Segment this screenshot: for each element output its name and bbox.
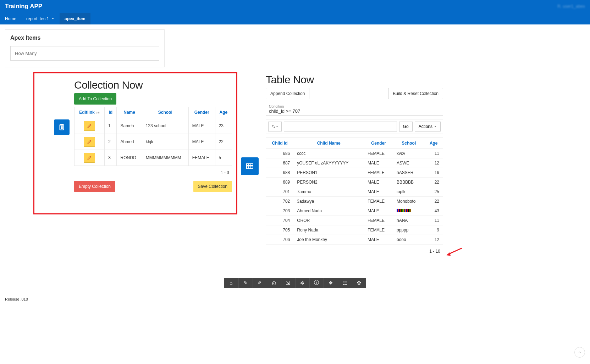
how-many-input[interactable]	[10, 46, 159, 61]
append-collection-button[interactable]: Append Collection	[266, 88, 309, 99]
table-row: 705Rony NadaFEMALEppppp9	[266, 225, 443, 235]
table-pager: 1 - 10	[266, 245, 443, 257]
search-input[interactable]	[284, 122, 397, 131]
view-debug-icon[interactable]: ⇲	[281, 278, 295, 288]
table-row: 1Sameh123 schoolMALE23	[75, 118, 232, 134]
go-button[interactable]: Go	[399, 122, 413, 131]
add-to-collection-button[interactable]: Add To Collection	[74, 93, 116, 105]
theme-roller-icon[interactable]: ❖	[324, 278, 338, 288]
app-header: Training APP R. user1_abex Homereport_te…	[0, 0, 590, 24]
actions-label: Actions	[419, 124, 432, 129]
table-icon	[241, 157, 259, 175]
template-options-icon[interactable]: ☷	[338, 278, 352, 288]
collection-table: Editlink ↑≡IdNameSchoolGenderAge 1Sameh1…	[74, 107, 232, 166]
table-row: 706Joe the MonkeyMALEoooo12	[266, 235, 443, 245]
table-title: Table Now	[266, 74, 443, 86]
column-header[interactable]: Child Name	[293, 138, 364, 149]
svg-rect-1	[247, 164, 253, 169]
table-row: 704ORORFEMALEnANA11	[266, 216, 443, 225]
edit-row-button[interactable]	[84, 153, 95, 163]
home-icon[interactable]: ⌂	[224, 278, 238, 288]
table-row: 7017ammoMALEioplk25	[266, 187, 443, 197]
table-row: 2AhmedkhjkMALE22	[75, 134, 232, 150]
table-row: 7023adawyaFEMALEMonoboto22	[266, 197, 443, 206]
pencil-icon	[87, 155, 92, 160]
chevron-down-icon	[51, 17, 55, 21]
condition-field[interactable]: Condition child_id >= 707	[266, 103, 443, 116]
settings-icon[interactable]: ✿	[352, 278, 366, 288]
barcode-icon	[397, 209, 411, 212]
edit-row-button[interactable]	[84, 137, 95, 147]
quick-edit-icon[interactable]: ✐	[253, 278, 267, 288]
clipboard-icon	[54, 119, 70, 135]
debug-icon[interactable]: ✲	[295, 278, 309, 288]
info-icon[interactable]: ⓘ	[309, 278, 324, 288]
table-now-table: Child IdChild NameGenderSchoolAge 686ccc…	[266, 138, 443, 245]
search-column-dropdown[interactable]	[268, 122, 282, 131]
condition-label: Condition	[269, 105, 440, 108]
apex-items-region: Apex Items	[5, 29, 165, 67]
edit-page-icon[interactable]: ✎	[238, 278, 253, 288]
svg-point-2	[272, 125, 274, 127]
column-header[interactable]: Gender	[364, 138, 393, 149]
chevron-down-icon	[434, 125, 437, 128]
column-header[interactable]: School	[142, 107, 188, 118]
table-row: 687yOUSEF eL zAKYYYYYYYMALEASWE12	[266, 158, 443, 168]
nav-item-apex-item[interactable]: apex_item	[60, 13, 90, 24]
build-reset-collection-button[interactable]: Build & Reset Collection	[388, 88, 443, 99]
region-title: Apex Items	[10, 35, 159, 41]
column-header[interactable]: Id	[105, 107, 117, 118]
session-icon[interactable]: ◴	[267, 278, 281, 288]
table-row: 703Ahmed NadaMALE43	[266, 206, 443, 216]
empty-collection-button[interactable]: Empty Collection	[74, 181, 115, 192]
save-collection-button[interactable]: Save Collection	[193, 181, 232, 192]
column-header[interactable]: Child Id	[266, 138, 294, 149]
user-menu[interactable]: R. user1_abex	[557, 4, 585, 9]
annotation-arrow-icon	[445, 247, 463, 259]
table-row: 686ccccFEMALExvcv11	[266, 149, 443, 158]
table-row: 688PERSON1FEMALEnASSER16	[266, 168, 443, 178]
column-header[interactable]: Age	[424, 138, 443, 149]
table-row: 3RONDOMMMMMMMMMMFEMALE5	[75, 150, 232, 166]
column-header[interactable]: Age	[215, 107, 232, 118]
column-header[interactable]: Gender	[188, 107, 215, 118]
table-region: Table Now Append Collection Build & Rese…	[266, 72, 443, 257]
developer-toolbar: ⌂✎✐◴⇲✲ⓘ❖☷✿	[224, 278, 366, 288]
collection-title: Collection Now	[74, 79, 232, 91]
table-row: 689PERSON2MALEBBBBBB22	[266, 178, 443, 187]
column-header[interactable]: School	[393, 138, 424, 149]
nav-item-report-test1[interactable]: report_test1	[21, 13, 60, 24]
release-label: Release .010	[0, 288, 590, 310]
nav-item-home[interactable]: Home	[0, 13, 21, 24]
edit-row-button[interactable]	[84, 121, 95, 131]
pencil-icon	[87, 123, 92, 128]
actions-menu-button[interactable]: Actions	[415, 122, 441, 131]
pencil-icon	[87, 139, 92, 144]
collection-pager: 1 - 3	[74, 166, 232, 178]
collection-region: Collection Now Add To Collection Editlin…	[33, 72, 237, 214]
nav-bar: Homereport_test1apex_item	[0, 13, 590, 24]
column-header[interactable]: Name	[117, 107, 142, 118]
app-title: Training APP	[5, 3, 42, 10]
sort-asc-icon: ↑≡	[96, 111, 100, 114]
condition-value: child_id >= 707	[269, 108, 440, 114]
column-header[interactable]: Editlink ↑≡	[75, 107, 105, 118]
chevron-down-icon	[276, 125, 279, 128]
